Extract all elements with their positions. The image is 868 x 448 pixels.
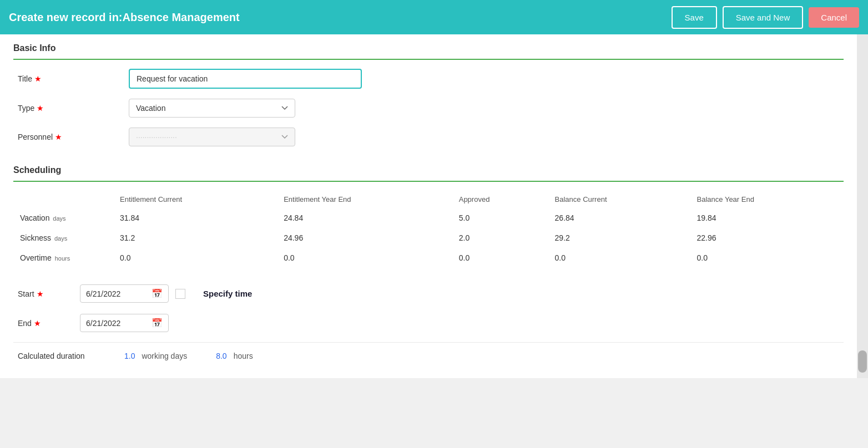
scrollbar[interactable] xyxy=(857,34,868,378)
col-balance-year-end: Balance Year End xyxy=(690,191,844,208)
end-date-row: End ★ 6/21/2022 📅 xyxy=(13,308,844,338)
title-required-star: ★ xyxy=(34,74,42,83)
end-required-star: ★ xyxy=(34,319,41,328)
scheduling-table: Entitlement Current Entitlement Year End… xyxy=(13,191,844,268)
balance-current-value: 26.84 xyxy=(548,208,690,228)
title-field-row: Title ★ xyxy=(13,69,844,89)
approved-value: 2.0 xyxy=(452,228,548,248)
calculated-duration-row: Calculated duration 1.0 working days 8.0… xyxy=(13,342,844,365)
row-label: Sickness days xyxy=(13,228,113,248)
row-label: Vacation days xyxy=(13,208,113,228)
personnel-required-star: ★ xyxy=(55,133,62,141)
personnel-select[interactable]: ··················· xyxy=(129,128,295,146)
start-label: Start ★ xyxy=(18,289,73,298)
entitlement-year-end-value: 24.84 xyxy=(277,208,452,228)
basic-info-section-header: Basic Info xyxy=(13,34,844,60)
end-date-input-wrapper[interactable]: 6/21/2022 📅 xyxy=(80,314,169,332)
table-row: Vacation days 31.84 24.84 5.0 26.84 19.8… xyxy=(13,208,844,228)
col-entitlement-current: Entitlement Current xyxy=(113,191,277,208)
type-field-row: Type ★ Vacation Sickness Overtime xyxy=(13,99,844,118)
specify-time-label: Specify time xyxy=(203,289,252,298)
save-and-new-button[interactable]: Save and New xyxy=(723,6,804,29)
col-entitlement-year-end: Entitlement Year End xyxy=(277,191,452,208)
balance-current-value: 29.2 xyxy=(548,228,690,248)
duration-days-unit: working days xyxy=(142,352,187,360)
table-row: Sickness days 31.2 24.96 2.0 29.2 22.96 xyxy=(13,228,844,248)
title-input[interactable] xyxy=(129,69,362,89)
save-button[interactable]: Save xyxy=(672,6,717,29)
duration-hours-value: 8.0 xyxy=(216,352,226,360)
header-actions: Save Save and New Cancel xyxy=(672,6,859,29)
balance-current-value: 0.0 xyxy=(548,248,690,268)
type-required-star: ★ xyxy=(37,104,44,113)
balance-year-end-value: 0.0 xyxy=(690,248,844,268)
duration-hours-unit: hours xyxy=(234,352,253,360)
page-header: Create new record in:Absence Management … xyxy=(0,0,868,34)
duration-days-value: 1.0 xyxy=(124,352,135,360)
type-select[interactable]: Vacation Sickness Overtime xyxy=(129,99,295,118)
main-wrapper: Basic Info Title ★ Type ★ Vacation Sickn… xyxy=(0,34,868,378)
end-label: End ★ xyxy=(18,319,73,328)
personnel-label: Personnel ★ xyxy=(18,133,129,141)
balance-year-end-value: 22.96 xyxy=(690,228,844,248)
table-row: Overtime hours 0.0 0.0 0.0 0.0 0.0 xyxy=(13,248,844,268)
scrollbar-thumb[interactable] xyxy=(858,350,867,373)
start-required-star: ★ xyxy=(37,289,44,298)
start-date-value: 6/21/2022 xyxy=(86,289,147,298)
approved-value: 0.0 xyxy=(452,248,548,268)
entitlement-year-end-value: 0.0 xyxy=(277,248,452,268)
type-label: Type ★ xyxy=(18,104,129,113)
content-area: Basic Info Title ★ Type ★ Vacation Sickn… xyxy=(0,34,857,378)
scheduling-section-header: Scheduling xyxy=(13,156,844,182)
entitlement-current-value: 31.2 xyxy=(113,228,277,248)
entitlement-year-end-value: 24.96 xyxy=(277,228,452,248)
entitlement-current-value: 0.0 xyxy=(113,248,277,268)
balance-year-end-value: 19.84 xyxy=(690,208,844,228)
entitlement-current-value: 31.84 xyxy=(113,208,277,228)
col-approved: Approved xyxy=(452,191,548,208)
start-date-input-wrapper[interactable]: 6/21/2022 📅 xyxy=(80,284,169,303)
personnel-field-row: Personnel ★ ··················· xyxy=(13,128,844,146)
approved-value: 5.0 xyxy=(452,208,548,228)
row-label: Overtime hours xyxy=(13,248,113,268)
specify-time-checkbox[interactable] xyxy=(175,289,185,299)
start-calendar-icon[interactable]: 📅 xyxy=(152,288,163,299)
start-date-row: Start ★ 6/21/2022 📅 Specify time xyxy=(13,279,844,308)
col-balance-current: Balance Current xyxy=(548,191,690,208)
end-calendar-icon[interactable]: 📅 xyxy=(152,318,163,328)
cancel-button[interactable]: Cancel xyxy=(809,7,859,28)
title-label: Title ★ xyxy=(18,74,129,83)
page-title: Create new record in:Absence Management xyxy=(9,11,240,24)
end-date-value: 6/21/2022 xyxy=(86,319,147,328)
calculated-duration-label: Calculated duration xyxy=(18,352,118,360)
